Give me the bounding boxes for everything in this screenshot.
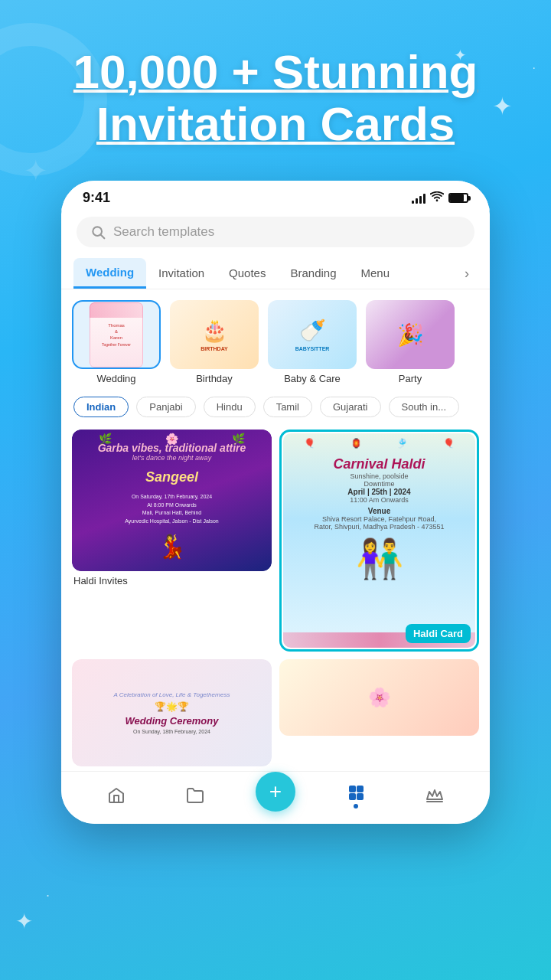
tab-invitation[interactable]: Invitation [146,259,217,289]
svg-rect-5 [349,793,356,800]
hero-subtitle: Invitation Cards [96,97,455,150]
gallery-item-haldi[interactable]: 🌿🌸🌿 Garba vibes, traditional attire let'… [72,430,272,652]
wedding-ceremony-preview: A Celebration of Love, Life & Togetherne… [72,659,272,766]
template-card-party[interactable]: 🎉 Party [366,300,455,384]
svg-rect-4 [357,786,364,792]
bottom-nav: + [61,771,490,824]
gallery-item-carnival[interactable]: 🎈🏮🎐🎈 Carnival Haldi Sunshine, poolside D… [279,430,479,652]
template-label-birthday: Birthday [170,373,259,384]
template-label-baby: Baby & Care [268,373,357,384]
tab-branding[interactable]: Branding [278,259,348,289]
template-label-wedding: Wedding [72,373,161,384]
plus-icon: + [269,779,282,804]
pill-hindu[interactable]: Hindu [204,397,256,417]
template-card-wedding[interactable]: Thomas&KarenTogether Forever Wedding [72,300,161,384]
baby-emoji-icon: 🍼 [299,318,326,343]
template-card-birthday[interactable]: 🎂 BIRTHDAY Birthday [170,300,259,384]
pill-indian[interactable]: Indian [73,397,129,417]
sparkle-icon-4: ✦ [15,909,33,934]
party-emoji-icon: 🎉 [397,322,424,348]
template-label-party: Party [366,373,455,384]
template-card-baby[interactable]: 🍼 BABYSITTER Baby & Care [268,300,357,384]
svg-rect-6 [357,793,364,800]
tab-quotes[interactable]: Quotes [217,259,278,289]
search-icon [90,224,106,240]
tab-wedding[interactable]: Wedding [73,258,146,289]
category-tabs: Wedding Invitation Quotes Branding Menu … [61,258,490,289]
phone-mockup: 9:41 Search templates [61,181,490,824]
template-cards-row: Thomas&KarenTogether Forever Wedding 🎂 B… [61,289,490,392]
gallery-grid: 🌿🌸🌿 Garba vibes, traditional attire let'… [61,425,490,771]
search-bar[interactable]: Search templates [77,217,474,247]
haldi-card-preview: 🌿🌸🌿 Garba vibes, traditional attire let'… [72,430,272,571]
hero-section: 10,000 + Stunning Invitation Cards [0,0,551,173]
create-fab-button[interactable]: + [256,772,295,812]
filter-pills: Indian Panjabi Hindu Tamil Gujarati Sout… [61,392,490,425]
status-time: 9:41 [83,190,110,206]
gallery-item-partial[interactable]: 🌸 [279,659,479,766]
hero-title: 10,000 + Stunning Invitation Cards [31,46,520,150]
active-nav-dot [354,804,358,808]
sparkle-icon-5: · [46,887,50,903]
pill-south[interactable]: South in... [389,397,460,417]
nav-browse[interactable] [176,782,214,808]
nav-home[interactable] [97,782,135,808]
svg-rect-3 [349,786,356,792]
gallery-item-wedding-ceremony[interactable]: A Celebration of Love, Life & Togetherne… [72,659,272,766]
status-icons [412,191,468,204]
grid-icon [346,782,366,802]
pill-panjabi[interactable]: Panjabi [136,397,195,417]
pill-tamil[interactable]: Tamil [263,397,312,417]
pill-gujarati[interactable]: Gujarati [320,397,381,417]
tabs-more-chevron[interactable]: › [456,263,478,284]
svg-point-0 [436,200,439,202]
partial-card-preview: 🌸 [279,659,479,736]
wedding-preview: Thomas&KarenTogether Forever [90,302,143,368]
status-bar: 9:41 [61,181,490,211]
gallery-label-haldi: Haldi Invites [72,571,272,588]
nav-crown[interactable] [416,782,454,808]
wifi-icon [430,191,444,204]
hero-highlighted: 10,000 + Stunning [73,45,478,98]
tab-menu[interactable]: Menu [349,259,403,289]
folder-icon [185,786,205,805]
crown-icon [425,786,445,805]
nav-templates[interactable] [337,779,375,812]
birthday-emoji-icon: 🎂 [201,318,228,343]
haldi-card-badge: Haldi Card [406,624,471,643]
signal-icon [412,193,425,204]
search-input[interactable]: Search templates [113,224,214,240]
svg-line-2 [101,235,105,239]
carnival-card-preview: 🎈🏮🎐🎈 Carnival Haldi Sunshine, poolside D… [283,433,475,648]
battery-icon [448,193,468,203]
home-icon [106,786,126,805]
